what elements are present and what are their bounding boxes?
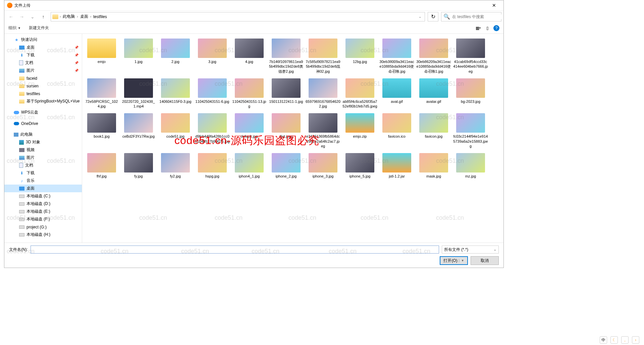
file-item[interactable]: emjo <box>84 37 120 76</box>
sidebar-testfiles[interactable]: testfiles <box>4 90 82 97</box>
sidebar-thispc[interactable]: 此电脑 <box>4 131 82 138</box>
file-item[interactable]: fy2.jpg <box>157 151 194 181</box>
file-item[interactable]: favicon.jpg <box>416 111 452 150</box>
sidebar-disk-e[interactable]: 本地磁盘 (E:) <box>4 208 82 215</box>
file-item[interactable]: 3.jpg <box>194 37 230 76</box>
file-item[interactable]: 150113122411-1.jpg <box>268 76 304 111</box>
file-item[interactable]: avat.gif <box>379 76 415 111</box>
search-input[interactable] <box>452 14 502 19</box>
file-item[interactable]: 41cab69df54ccd33c414ee604beb7666.jpeg <box>452 37 489 76</box>
file-item[interactable]: 72e58PICRSC_1024.jpg <box>84 76 120 111</box>
file-item[interactable]: 4.jpg <box>231 37 267 76</box>
view-mode-button[interactable]: ▦ ▾ <box>475 25 481 31</box>
file-item[interactable]: 2.jpg <box>157 37 194 76</box>
sidebar-pictures2[interactable]: 图片 <box>4 154 82 161</box>
file-item[interactable]: 12bg.jpg <box>342 37 378 76</box>
ime-next-icon[interactable]: › <box>632 336 639 344</box>
sidebar-desktop2[interactable]: 桌面 <box>4 185 82 192</box>
file-item[interactable]: d9fcb449fa428b1cc001b40527b99076.jpg <box>194 111 230 150</box>
file-item[interactable]: mz.jpg <box>452 151 489 181</box>
file-item[interactable]: iphon4_1.jpg <box>231 151 267 181</box>
file-item[interactable]: mask.jpg <box>416 151 452 181</box>
sidebar-music[interactable]: ♪音乐 <box>4 177 82 185</box>
sidebar-sursen[interactable]: sursen <box>4 82 82 90</box>
thumbnail-icon <box>382 78 411 98</box>
file-item[interactable]: 110425043151-6.jpg <box>194 76 230 111</box>
sidebar-disk-d[interactable]: 本地磁盘 (D:) <box>4 200 82 208</box>
file-item[interactable]: 7c585d90978211ea95b499dbc19d2de8战神32.jpg <box>305 37 341 76</box>
file-item[interactable]: favicon.ico <box>379 111 415 150</box>
back-button[interactable]: ← <box>6 12 16 21</box>
file-item[interactable]: e34361369fb5864dc2951e2a64fc2ac7.jpeg <box>305 111 341 150</box>
sidebar-disk-f[interactable]: 本地磁盘 (F:) <box>4 215 82 223</box>
file-item[interactable]: 7b146f10978611ea95b499dbc19d2de8奥德赛2.jpg <box>268 37 304 76</box>
file-item[interactable]: iphone_2.jpg <box>268 151 304 181</box>
up-button[interactable]: ↑ <box>39 12 48 21</box>
file-name-label: jstl-1.2.jar <box>389 174 405 179</box>
cancel-button[interactable]: 取消 <box>471 256 499 265</box>
sidebar-onedrive[interactable]: OneDrive <box>4 120 82 127</box>
crumb-thispc[interactable]: 此电脑 <box>61 14 77 19</box>
forward-button[interactable]: → <box>17 12 26 21</box>
filename-input[interactable] <box>31 246 439 254</box>
file-item[interactable]: 30eb38009a3411eace10885bda9dd416使命召唤.jpg <box>379 37 415 76</box>
open-button[interactable]: 打开(O)▼ <box>440 256 468 265</box>
file-item[interactable]: code51.jpg <box>157 111 194 150</box>
newfolder-button[interactable]: 新建文件夹 <box>29 25 49 31</box>
sidebar-desktop[interactable]: 桌面📌 <box>4 44 82 51</box>
file-item[interactable]: djyt.jpeg <box>268 111 304 150</box>
file-item[interactable]: iphone_5.jpg <box>342 151 378 181</box>
sidebar-wps[interactable]: WPS云盘 <box>4 109 82 116</box>
file-item[interactable]: fhf.jpg <box>84 151 120 181</box>
ime-comma-icon[interactable]: ， <box>621 336 629 344</box>
sidebar-3d[interactable]: 3D 对象 <box>4 138 82 146</box>
crumb-desktop[interactable]: 桌面 <box>78 14 90 19</box>
thumbnail-icon <box>309 78 337 98</box>
file-item[interactable]: bg-2023.jpg <box>452 76 489 111</box>
recent-dropdown[interactable]: ⌄ <box>28 12 37 21</box>
ime-lang[interactable]: 中 <box>600 336 607 344</box>
help-button[interactable]: ? <box>493 25 499 31</box>
file-item[interactable]: 1.jpg <box>120 37 157 76</box>
filetype-filter[interactable]: 所有文件 (*.*)⌄ <box>442 246 499 254</box>
file-item[interactable]: 30eb86209a3411eace10885bda9dd416使命召唤1.jp… <box>416 37 452 76</box>
thumbnail-icon <box>272 153 301 172</box>
sidebar-disk-c[interactable]: 本地磁盘 (C:) <box>4 192 82 200</box>
close-button[interactable]: ✕ <box>487 1 501 10</box>
file-item[interactable]: 140604115F0-3.jpg <box>157 76 194 111</box>
file-item[interactable]: jstl-1.2.jar <box>379 151 415 181</box>
sidebar-pictures[interactable]: 图片📌 <box>4 67 82 74</box>
file-item[interactable]: 659796916768546202.jpg <box>305 76 341 111</box>
file-grid-area[interactable]: emjo1.jpg2.jpg3.jpg4.jpg7b146f10978611ea… <box>82 34 503 243</box>
organize-menu[interactable]: 组织▼ <box>8 25 21 31</box>
search-box[interactable]: 🔍 <box>441 12 501 21</box>
ime-moon-icon[interactable]: ☾ <box>610 336 618 344</box>
preview-pane-button[interactable]: ▯ <box>484 25 491 31</box>
file-item[interactable]: iphone_3.jpg <box>305 151 341 181</box>
sidebar-downloads2[interactable]: ⬇下载 <box>4 169 82 177</box>
breadcrumb-dropdown[interactable]: ⌄ <box>417 15 423 18</box>
file-item[interactable]: ab85f4c6ca526f35a752ef80b1feb7d5.jpeg <box>342 76 378 111</box>
sidebar-videos[interactable]: 视频 <box>4 146 82 154</box>
file-item[interactable]: 20220720_102438_1.mp4 <box>120 76 157 111</box>
file-item[interactable]: avatar.gif <box>416 76 452 111</box>
sidebar-quick-access[interactable]: ★快速访问 <box>4 36 82 44</box>
file-item[interactable]: ceBd2F3Yz7Rw.jpg <box>120 111 157 150</box>
file-item[interactable]: fy.jpg <box>120 151 157 181</box>
sidebar-documents[interactable]: 文档📌 <box>4 59 82 67</box>
file-item[interactable]: 110425043151-13.jpg <box>231 76 267 111</box>
sidebar-project-g[interactable]: project (G:) <box>4 223 82 231</box>
sidebar-documents2[interactable]: 文档 <box>4 161 82 169</box>
refresh-button[interactable]: ↻ <box>428 12 438 21</box>
file-item[interactable]: emjo.zip <box>342 111 378 150</box>
breadcrumb[interactable]: › 此电脑 › 桌面 › testfiles ⌄ <box>51 12 425 21</box>
file-item[interactable]: fc03c2144f94e1e9145739a6a2e15883.jpeg <box>452 111 489 150</box>
sidebar-springboot[interactable]: 基于SpringBoot+MySQL+Vue <box>4 97 82 105</box>
sidebar-faceid[interactable]: faceid <box>4 74 82 82</box>
file-item[interactable]: hspg.jpg <box>194 151 230 181</box>
sidebar-downloads[interactable]: ⬇下载📌 <box>4 51 82 59</box>
file-item[interactable]: book1.jpg <box>84 111 120 150</box>
file-item[interactable]: default.jpg <box>231 111 267 150</box>
sidebar-disk-h[interactable]: 本地磁盘 (H:) <box>4 231 82 238</box>
crumb-testfiles[interactable]: testfiles <box>91 14 109 19</box>
